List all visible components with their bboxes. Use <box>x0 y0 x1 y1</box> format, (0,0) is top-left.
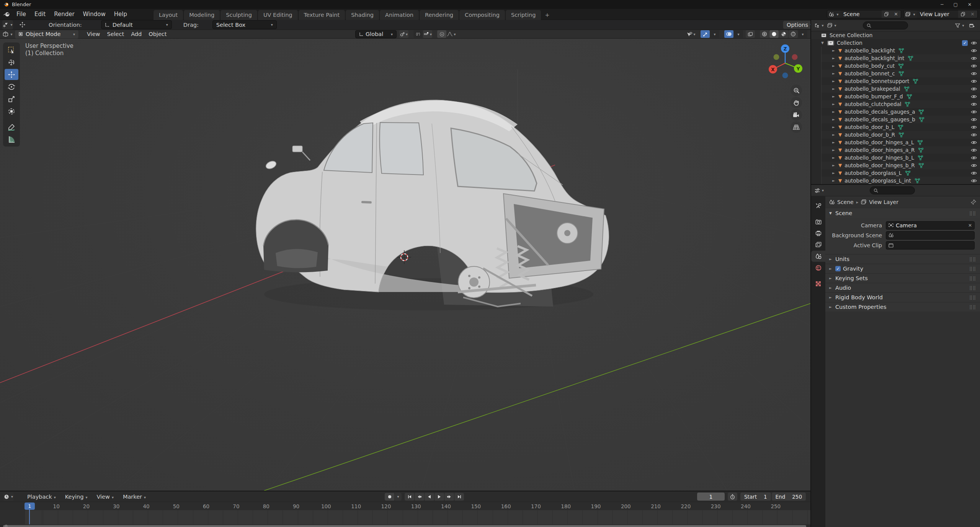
timeline-ruler[interactable]: 1020304050607080901001101201301401501601… <box>0 502 810 510</box>
viewport-menu-item[interactable]: Object <box>145 30 170 38</box>
workspace-tab[interactable]: Scripting <box>506 10 541 20</box>
visibility-eye-icon[interactable] <box>970 171 978 175</box>
panel-drag-handle[interactable]: ⣿⣿ <box>969 305 976 310</box>
scrollbar-thumb[interactable] <box>3 525 806 527</box>
pivot-point-button[interactable]: ▾ <box>399 30 408 38</box>
gizmo-neg-z-axis[interactable] <box>782 73 788 78</box>
expand-arrow-icon[interactable]: ► <box>832 102 838 106</box>
timeline-tracks[interactable] <box>0 510 810 524</box>
timeline-editor-type-button[interactable]: ▾ <box>3 493 14 501</box>
orientation-dropdown[interactable]: Default▾ <box>101 20 172 29</box>
shading-material-button[interactable] <box>779 30 788 38</box>
collapsed-panel-header[interactable]: ► ✓ Audio ⣿⣿ <box>825 283 980 292</box>
menu-item[interactable]: File <box>12 9 30 19</box>
measure-tool[interactable] <box>5 134 18 145</box>
playhead[interactable] <box>29 509 30 524</box>
3d-viewport[interactable]: User Perspective (1) Collection Z X Y <box>0 39 810 491</box>
visibility-eye-icon[interactable] <box>970 64 978 68</box>
transform-tool[interactable] <box>5 106 18 117</box>
select-box-tool[interactable] <box>5 44 18 55</box>
outliner-object-row[interactable]: ► ▼ autobello_doorglass_L <box>821 169 980 177</box>
tab-world[interactable] <box>811 262 825 273</box>
editor-type-3d-viewport-button[interactable]: ▾ <box>2 29 13 39</box>
expand-arrow-icon[interactable]: ► <box>832 148 838 152</box>
expand-arrow-icon[interactable]: ► <box>832 156 838 160</box>
expand-arrow-icon[interactable]: ► <box>832 179 838 183</box>
viewport-menu-item[interactable]: Select <box>103 30 127 38</box>
scene-collection-row[interactable]: ► Scene Collection <box>811 31 980 39</box>
expand-arrow-icon[interactable]: ► <box>832 79 838 83</box>
start-frame-field[interactable]: Start1 <box>740 493 771 501</box>
shading-dropdown[interactable]: ▾ <box>798 30 807 38</box>
unlink-scene-button[interactable]: ✕ <box>891 10 901 18</box>
visibility-eye-icon[interactable] <box>970 95 978 99</box>
camera-view-button[interactable] <box>791 109 802 121</box>
visibility-eye-icon[interactable] <box>970 72 978 76</box>
visibility-eye-icon[interactable] <box>970 156 978 160</box>
outliner-object-row[interactable]: ► ▼ autobello_door_hinges_a_R <box>821 146 980 154</box>
outliner-object-row[interactable]: ► ▼ autobello_bumper_F_d <box>821 93 980 100</box>
outliner-display-mode-button[interactable]: ▾ <box>814 21 825 29</box>
collapsed-panel-header[interactable]: ► ✓ Gravity ⣿⣿ <box>825 264 980 273</box>
workspace-tab[interactable]: Animation <box>380 10 419 20</box>
properties-search-input[interactable] <box>870 186 915 194</box>
gizmo-neg-x-axis[interactable] <box>792 54 798 60</box>
collection-checkbox[interactable]: ✓ <box>962 40 968 46</box>
annotate-tool[interactable] <box>5 121 18 132</box>
use-preview-range-button[interactable] <box>728 493 737 501</box>
outliner-object-row[interactable]: ► ▼ autobello_doorglass_L_int <box>821 177 980 184</box>
next-keyframe-button[interactable] <box>444 493 454 501</box>
outliner-object-row[interactable]: ► ▼ autobello_body_cut <box>821 62 980 70</box>
transform-orientation-dropdown[interactable]: Global▾ <box>355 30 397 38</box>
outliner-object-row[interactable]: ► ▼ autobello_bonnetsupport <box>821 77 980 85</box>
overlays-dropdown[interactable]: ▾ <box>734 30 743 38</box>
breadcrumb-scene[interactable]: Scene <box>837 199 854 205</box>
add-workspace-button[interactable]: + <box>542 10 552 20</box>
close-button[interactable]: ✕ <box>968 2 972 7</box>
timeline-menu-item[interactable]: Marker▾ <box>119 493 149 501</box>
visibility-eye-icon[interactable] <box>970 163 978 168</box>
gravity-checkbox[interactable]: ✓ <box>835 266 841 271</box>
outliner-object-row[interactable]: ► ▼ autobello_door_b_L <box>821 123 980 131</box>
collection-row[interactable]: ▼ Collection ✓ <box>811 39 980 47</box>
visibility-eye-icon[interactable] <box>970 79 978 83</box>
pin-icon[interactable] <box>971 199 976 205</box>
background-scene-field[interactable] <box>886 231 975 240</box>
workspace-tab[interactable]: Texture Paint <box>299 10 345 20</box>
expand-arrow-icon[interactable]: ► <box>832 125 838 129</box>
menu-item[interactable]: Window <box>79 9 110 19</box>
shading-rendered-button[interactable] <box>789 30 798 38</box>
outliner-object-row[interactable]: ► ▼ autobello_backlight_int <box>821 54 980 62</box>
visibility-eye-icon[interactable] <box>970 125 978 129</box>
blender-logo-menu-icon[interactable] <box>2 11 11 17</box>
proportional-editing-button[interactable] <box>437 30 446 38</box>
visibility-eye-icon[interactable] <box>970 110 978 114</box>
outliner-object-row[interactable]: ► ▼ autobello_bonnet_c <box>821 70 980 77</box>
play-button[interactable] <box>434 493 444 501</box>
collapsed-panel-header[interactable]: ► ✓ Rigid Body World ⣿⣿ <box>825 292 980 302</box>
zoom-button[interactable] <box>791 85 802 96</box>
view-layer-browse-button[interactable]: ▾ <box>904 10 917 18</box>
new-scene-button[interactable] <box>882 10 891 18</box>
minimize-button[interactable]: ─ <box>941 2 943 7</box>
jump-to-end-button[interactable] <box>454 493 464 501</box>
play-reverse-button[interactable] <box>425 493 434 501</box>
expand-arrow-icon[interactable]: ► <box>832 72 838 75</box>
jump-to-start-button[interactable] <box>405 493 414 501</box>
new-collection-button[interactable] <box>967 21 977 29</box>
collapsed-panel-header[interactable]: ► ✓ Keying Sets ⣿⣿ <box>825 273 980 283</box>
outliner-object-row[interactable]: ► ▼ autobello_decals_gauges_a <box>821 108 980 116</box>
timeline-menu-item[interactable]: Keying▾ <box>62 493 91 501</box>
view-layer-name[interactable]: View Layer <box>917 10 958 18</box>
expand-arrow-icon[interactable]: ► <box>832 49 838 52</box>
visibility-eye-icon[interactable] <box>970 133 978 137</box>
visibility-eye-icon[interactable] <box>970 148 978 152</box>
active-tool-icon[interactable]: ▾ <box>2 20 13 29</box>
visibility-eye-icon[interactable] <box>970 56 978 60</box>
tab-output[interactable] <box>811 228 825 239</box>
panel-drag-handle[interactable]: ⣿⣿ <box>969 257 976 262</box>
panel-drag-handle[interactable]: ⣿⣿ <box>969 276 976 281</box>
pan-hand-button[interactable] <box>791 97 802 108</box>
outliner-object-row[interactable]: ► ▼ autobello_door_hinges_a_L <box>821 139 980 146</box>
menu-item[interactable]: Edit <box>30 9 50 19</box>
